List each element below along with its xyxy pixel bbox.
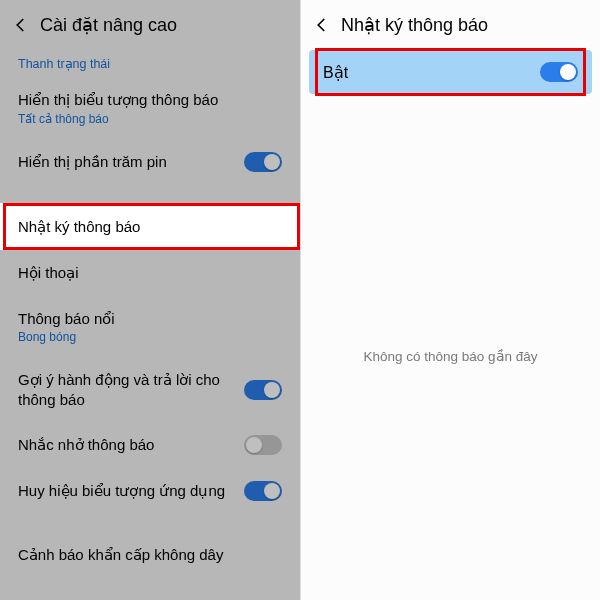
toggle-label: Bật <box>323 63 348 82</box>
page-title: Nhật ký thông báo <box>341 14 488 36</box>
row-label: Hội thoại <box>18 263 79 283</box>
row-label: Thông báo nổi <box>18 309 115 329</box>
toggle-badges[interactable] <box>244 481 282 501</box>
row-label: Gợi ý hành động và trả lời cho thông báo <box>18 370 228 409</box>
page-title: Cài đặt nâng cao <box>40 14 177 36</box>
header: Nhật ký thông báo <box>301 0 600 46</box>
row-floating-notifications[interactable]: Thông báo nổi Bong bóng <box>0 296 300 358</box>
header: Cài đặt nâng cao <box>0 0 300 46</box>
row-show-notification-icons[interactable]: Hiển thị biểu tượng thông báo Tất cả thô… <box>0 77 300 139</box>
toggle-suggest-actions[interactable] <box>244 380 282 400</box>
toggle-battery-percent[interactable] <box>244 152 282 172</box>
row-label: Nhật ký thông báo <box>18 218 140 235</box>
row-sublabel: Bong bóng <box>18 330 115 344</box>
advanced-settings-screen: Cài đặt nâng cao Thanh trạng thái Hiển t… <box>0 0 300 600</box>
back-icon[interactable] <box>12 16 30 34</box>
spacer <box>0 514 300 532</box>
row-app-icon-badges[interactable]: Huy hiệu biểu tượng ứng dụng <box>0 468 300 514</box>
row-battery-percent[interactable]: Hiển thị phần trăm pin <box>0 139 300 185</box>
row-label: Huy hiệu biểu tượng ứng dụng <box>18 481 225 501</box>
row-enable-history[interactable]: Bật <box>309 50 592 94</box>
back-icon[interactable] <box>313 16 331 34</box>
notification-history-screen: Nhật ký thông báo Bật Không có thông báo… <box>300 0 600 600</box>
row-suggest-actions[interactable]: Gợi ý hành động và trả lời cho thông báo <box>0 357 300 422</box>
row-wireless-emergency-alerts[interactable]: Cảnh báo khẩn cấp không dây <box>0 532 300 578</box>
row-notification-reminder[interactable]: Nhắc nhở thông báo <box>0 422 300 468</box>
spacer <box>0 185 300 203</box>
row-conversations[interactable]: Hội thoại <box>0 250 300 296</box>
section-header-status-bar: Thanh trạng thái <box>0 46 300 77</box>
row-sublabel: Tất cả thông báo <box>18 112 218 126</box>
empty-state-message: Không có thông báo gần đây <box>301 348 600 364</box>
toggle-reminder[interactable] <box>244 435 282 455</box>
row-label: Nhắc nhở thông báo <box>18 435 154 455</box>
row-label: Hiển thị phần trăm pin <box>18 152 167 172</box>
row-label: Hiển thị biểu tượng thông báo <box>18 90 218 110</box>
row-label: Cảnh báo khẩn cấp không dây <box>18 545 223 565</box>
row-notification-history[interactable]: Nhật ký thông báo <box>0 203 300 251</box>
toggle-enable-history[interactable] <box>540 62 578 82</box>
